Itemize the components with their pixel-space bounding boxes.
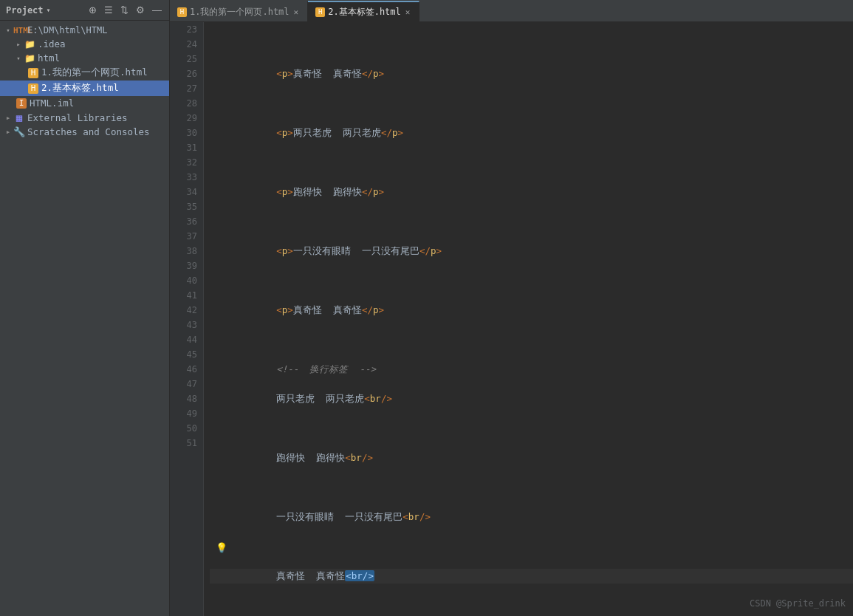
code-line-32: <p>真奇怪 真奇怪</p> — [210, 303, 853, 318]
main-area: H 1.我的第一个网页.html ✕ H 2.基本标签.html ✕ 23 24… — [170, 0, 853, 616]
tab-file2[interactable]: H 2.基本标签.html ✕ — [308, 1, 419, 21]
line-25: 25 — [170, 52, 203, 66]
sidebar-tree: ▾ HTML E:\DM\html\HTML ▸ 📁 .idea ▾ 📁 htm… — [0, 21, 169, 616]
line-48: 48 — [170, 391, 203, 406]
project-chevron[interactable]: ▾ — [47, 6, 51, 14]
tab1-html-icon: H — [177, 7, 187, 17]
code-line-40: 💡 — [210, 539, 853, 554]
line-26: 26 — [170, 66, 203, 81]
line-27: 27 — [170, 81, 203, 96]
settings-button[interactable]: ⚙ — [134, 4, 146, 16]
tab-file1[interactable]: H 1.我的第一个网页.html ✕ — [170, 1, 308, 21]
code-line-23 — [210, 37, 853, 52]
code-line-30: <p>一只没有眼睛 一只没有尾巴</p> — [210, 244, 853, 259]
iml-icon: I — [16, 98, 27, 109]
line-23: 23 — [170, 22, 203, 37]
line-42: 42 — [170, 303, 203, 318]
line-33: 33 — [170, 170, 203, 185]
code-line-33 — [210, 332, 853, 347]
tree-arrow-idea: ▸ — [13, 41, 24, 48]
code-line-26: <p>两只老虎 两只老虎</p> — [210, 126, 853, 140]
tab1-close-button[interactable]: ✕ — [292, 7, 301, 17]
sidebar-title: Project ▾ — [6, 5, 51, 16]
sort-button[interactable]: ⇅ — [119, 4, 130, 16]
html-file-icon-1: H — [28, 68, 38, 78]
sidebar: Project ▾ ⊕ ☰ ⇅ ⚙ — ▾ HTML E:\DM\html\HT… — [0, 0, 170, 616]
line-43: 43 — [170, 318, 203, 332]
scratch-label: Scratches and Consoles — [27, 126, 150, 137]
extlib-icon: ▦ — [13, 112, 25, 123]
html-root-label: E:\DM\html\HTML — [27, 25, 107, 35]
line-34: 34 — [170, 185, 203, 199]
line-24: 24 — [170, 37, 203, 52]
line-32: 32 — [170, 155, 203, 170]
sidebar-header: Project ▾ ⊕ ☰ ⇅ ⚙ — — [0, 0, 169, 21]
close-sidebar-button[interactable]: — — [151, 4, 163, 16]
line-40: 40 — [170, 273, 203, 288]
line-28: 28 — [170, 96, 203, 111]
htmliml-label: HTML.iml — [30, 97, 74, 109]
code-line-25 — [210, 96, 853, 111]
code-content[interactable]: <p>真奇怪 真奇怪</p> <p>两只老虎 两只老虎</p> <p>跑得快 跑… — [204, 22, 853, 616]
line-50: 50 — [170, 421, 203, 436]
collapse-all-button[interactable]: ☰ — [103, 4, 114, 16]
code-line-34: <!-- 换行标签 --> — [210, 362, 853, 377]
scratch-icon: 🔧 — [13, 126, 25, 137]
line-49: 49 — [170, 406, 203, 421]
code-line-37: 跑得快 跑得快<br/> — [210, 451, 853, 465]
code-line-29 — [210, 214, 853, 229]
code-editor[interactable]: 23 24 25 26 27 28 29 30 31 32 33 34 35 3… — [170, 22, 853, 616]
code-line-27 — [210, 155, 853, 170]
html-folder-label: html — [38, 52, 60, 64]
tree-arrow-extlib: ▸ — [3, 113, 13, 123]
code-line-39: 一只没有眼睛 一只没有尾巴<br/> — [210, 510, 853, 524]
line-46: 46 — [170, 362, 203, 377]
tree-item-file1[interactable]: H 1.我的第一个网页.html — [0, 65, 169, 81]
line-38: 38 — [170, 244, 203, 259]
idea-label: .idea — [38, 38, 66, 49]
line-44: 44 — [170, 332, 203, 347]
tree-item-htmliml[interactable]: I HTML.iml — [0, 96, 169, 110]
tab2-label: 2.基本标签.html — [328, 6, 401, 18]
code-line-24: <p>真奇怪 真奇怪</p> — [210, 66, 853, 81]
code-line-38 — [210, 480, 853, 495]
line-51: 51 — [170, 436, 203, 451]
code-line-36 — [210, 421, 853, 436]
line-numbers: 23 24 25 26 27 28 29 30 31 32 33 34 35 3… — [170, 22, 204, 616]
line-47: 47 — [170, 377, 203, 391]
project-label: Project — [6, 5, 44, 16]
html-file-icon-2: H — [28, 83, 38, 94]
code-line-35: 两只老虎 两只老虎<br/> — [210, 391, 853, 406]
file2-label: 2.基本标签.html — [41, 82, 119, 95]
tab1-label: 1.我的第一个网页.html — [190, 6, 290, 18]
tree-item-scratch[interactable]: ▸ 🔧 Scratches and Consoles — [0, 125, 169, 139]
sidebar-icons: ⊕ ☰ ⇅ ⚙ — — [87, 4, 163, 16]
code-line-41: 真奇怪 真奇怪<br/> — [210, 569, 853, 584]
tabs-bar: H 1.我的第一个网页.html ✕ H 2.基本标签.html ✕ — [170, 0, 853, 22]
folder-icon-html: 📁 — [24, 53, 35, 64]
file1-label: 1.我的第一个网页.html — [41, 66, 148, 79]
tree-item-extlib[interactable]: ▸ ▦ External Libraries — [0, 110, 169, 125]
tree-item-html-folder[interactable]: ▾ 📁 html — [0, 51, 169, 65]
line-29: 29 — [170, 111, 203, 126]
tab2-close-button[interactable]: ✕ — [404, 7, 412, 17]
line-39: 39 — [170, 259, 203, 273]
tab2-html-icon: H — [315, 7, 325, 17]
line-41: 41 — [170, 288, 203, 303]
tree-item-html-root[interactable]: ▾ HTML E:\DM\html\HTML — [0, 24, 169, 37]
extlib-label: External Libraries — [27, 112, 127, 123]
tree-arrow-html-folder: ▾ — [13, 55, 24, 62]
line-35: 35 — [170, 199, 203, 214]
code-line-31 — [210, 273, 853, 288]
line-37: 37 — [170, 229, 203, 244]
html-root-icon: HTML — [13, 26, 25, 35]
line-45: 45 — [170, 347, 203, 362]
tree-item-idea[interactable]: ▸ 📁 .idea — [0, 37, 169, 51]
tree-item-file2[interactable]: H 2.基本标签.html — [0, 81, 169, 96]
code-line-28: <p>跑得快 跑得快</p> — [210, 185, 853, 199]
folder-icon-idea: 📁 — [24, 39, 35, 49]
code-line-42 — [210, 598, 853, 613]
line-30: 30 — [170, 126, 203, 140]
lightbulb-icon: 💡 — [216, 541, 227, 555]
add-button[interactable]: ⊕ — [87, 4, 98, 16]
